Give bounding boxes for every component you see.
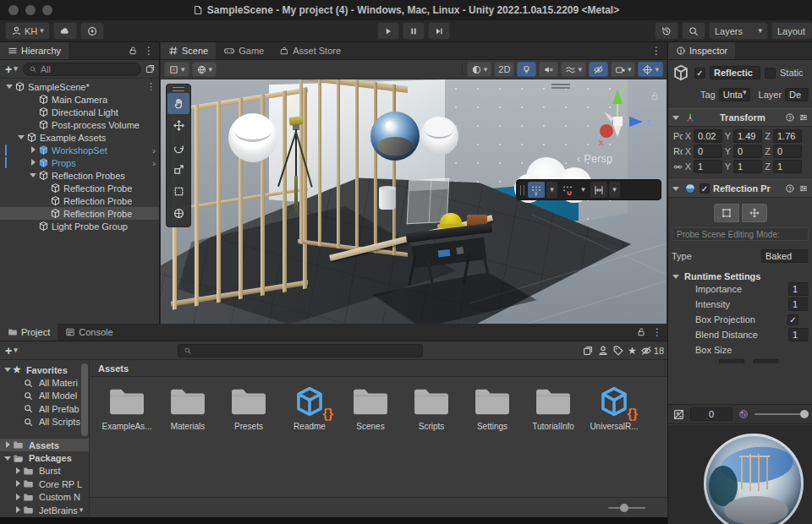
- hierarchy-item-label[interactable]: Example Assets: [40, 133, 106, 143]
- hierarchy-item-label[interactable]: Post-process Volume: [52, 120, 140, 130]
- hierarchy-item-label[interactable]: Main Camera: [52, 95, 107, 105]
- hierarchy-item-label[interactable]: Reflection Probe: [63, 209, 132, 219]
- box-size-y-field[interactable]: [753, 359, 778, 363]
- tab-scene[interactable]: Scene: [161, 42, 216, 59]
- gizmo-lock-icon[interactable]: [650, 91, 660, 101]
- view-hand-tool[interactable]: [167, 93, 189, 114]
- 2d-mode-toggle[interactable]: 2D: [494, 62, 514, 77]
- tag-dropdown[interactable]: Unta ▾: [719, 88, 750, 101]
- project-tree-row[interactable]: Custom N: [0, 491, 89, 504]
- disclosure-down-icon[interactable]: [17, 133, 26, 142]
- project-tree-row[interactable]: Core RP L: [0, 478, 89, 490]
- component-enabled-checkbox[interactable]: ✓: [700, 183, 710, 194]
- hierarchy-row[interactable]: Main Camera: [0, 93, 159, 106]
- disclosure-right-icon[interactable]: [29, 158, 38, 167]
- grid-snap-button[interactable]: [559, 182, 576, 198]
- grid-axis-button[interactable]: y: [528, 182, 545, 198]
- asset-item[interactable]: Scripts: [401, 384, 462, 431]
- project-tree-row[interactable]: All Prefab: [0, 402, 89, 415]
- row-menu-icon[interactable]: ⋮: [146, 81, 156, 92]
- tab-game[interactable]: Game: [216, 42, 272, 59]
- constrain-proportions-icon[interactable]: [673, 162, 683, 172]
- thumbnail-zoom-slider[interactable]: [608, 507, 645, 509]
- box-size-x-field[interactable]: [719, 359, 744, 363]
- static-checkbox[interactable]: [765, 68, 776, 79]
- tab-inspector[interactable]: Inspector: [668, 42, 735, 59]
- hierarchy-item-label[interactable]: Light Probe Group: [52, 221, 128, 232]
- layout-dropdown[interactable]: Layout: [771, 22, 812, 40]
- zoom-slider-handle[interactable]: [620, 504, 628, 512]
- exposure-field[interactable]: 0: [690, 407, 732, 421]
- scene-lighting-toggle[interactable]: [517, 62, 536, 77]
- asset-item[interactable]: Settings: [462, 384, 523, 431]
- project-tree-label[interactable]: All Materi: [39, 378, 78, 388]
- hierarchy-item-label[interactable]: Reflection Probe: [63, 183, 132, 194]
- tab-hierarchy[interactable]: Hierarchy: [0, 42, 69, 59]
- snapbar-drag-handle[interactable]: [520, 185, 524, 195]
- asset-item[interactable]: ExampleAs...: [96, 384, 157, 431]
- blend-distance-field[interactable]: 1: [788, 328, 809, 341]
- tool-handle-rotation-dropdown[interactable]: ▾: [192, 62, 217, 77]
- project-tree-label[interactable]: Packages: [29, 453, 72, 463]
- project-tree-label[interactable]: Burst: [39, 466, 61, 476]
- asset-item[interactable]: {}UniversalR...: [584, 384, 645, 431]
- hierarchy-row[interactable]: Light Probe Group: [0, 220, 159, 232]
- undo-history-button[interactable]: [655, 22, 678, 40]
- hierarchy-row[interactable]: Reflection Probes: [0, 169, 159, 182]
- help-icon[interactable]: [785, 112, 795, 123]
- panel-menu-icon[interactable]: ⋮: [144, 46, 154, 56]
- close-window-button[interactable]: [8, 5, 19, 15]
- breadcrumb[interactable]: Assets: [98, 363, 129, 374]
- rotate-tool[interactable]: [167, 137, 189, 158]
- project-tree-label[interactable]: JetBrains: [39, 505, 78, 516]
- asset-item[interactable]: {}Readme: [279, 384, 340, 431]
- project-tree-row[interactable]: ★Favorites: [0, 363, 89, 376]
- project-tree-row[interactable]: Burst: [0, 465, 89, 478]
- hierarchy-search-input[interactable]: All: [23, 63, 141, 76]
- reflection-probe-component-header[interactable]: ✓ Reflection Pr: [668, 179, 812, 198]
- project-tree-row[interactable]: Assets: [0, 439, 89, 451]
- scale-y-field[interactable]: 1: [733, 160, 762, 173]
- gameobject-name-field[interactable]: Reflectic: [710, 66, 760, 79]
- tab-project[interactable]: Project: [0, 324, 58, 341]
- project-tree-row[interactable]: All Model: [0, 390, 89, 402]
- hierarchy-row[interactable]: Post-process Volume: [0, 118, 159, 131]
- tab-asset-store[interactable]: Asset Store: [272, 42, 348, 59]
- search-button[interactable]: [682, 22, 705, 40]
- step-button[interactable]: [428, 22, 450, 40]
- grid-axis-dropdown[interactable]: ▾: [546, 182, 557, 198]
- hierarchy-row[interactable]: Reflection Probe: [0, 182, 159, 194]
- rotation-y-field[interactable]: 0: [733, 145, 762, 158]
- disclosure-down-icon[interactable]: [672, 113, 681, 123]
- disclosure-down-icon[interactable]: [29, 171, 38, 180]
- project-tree-label[interactable]: All Model: [39, 390, 77, 401]
- hierarchy-row[interactable]: Example Assets: [0, 131, 159, 144]
- disclosure-right-icon[interactable]: [14, 505, 23, 515]
- snap-increment-dropdown[interactable]: ▾: [609, 182, 620, 198]
- tools-drag-handle[interactable]: [173, 87, 184, 91]
- scene-visibility-toggle[interactable]: [589, 62, 608, 77]
- panel-menu-icon[interactable]: ⋮: [651, 46, 661, 56]
- pause-button[interactable]: [403, 22, 425, 40]
- prefab-open-chevron-icon[interactable]: ›: [152, 158, 156, 168]
- project-tree-label[interactable]: Custom N: [39, 492, 80, 502]
- effects-dropdown[interactable]: ▾: [561, 62, 586, 77]
- project-tree-row[interactable]: JetBrains▾: [0, 504, 89, 516]
- disclosure-right-icon[interactable]: [3, 440, 13, 450]
- position-y-field[interactable]: 1.49: [733, 129, 762, 143]
- camera-settings-dropdown[interactable]: ▾: [611, 62, 636, 77]
- gizmos-dropdown[interactable]: ▾: [638, 62, 663, 77]
- tool-handle-position-dropdown[interactable]: ▾: [164, 62, 189, 77]
- project-tree-row[interactable]: Packages: [0, 451, 89, 464]
- draw-mode-dropdown[interactable]: ▾: [467, 62, 492, 77]
- active-checkbox[interactable]: ✓: [694, 68, 705, 79]
- help-icon[interactable]: [785, 183, 795, 194]
- create-object-button[interactable]: + ▾: [3, 63, 19, 76]
- hierarchy-row[interactable]: Reflection Probe: [0, 207, 159, 220]
- move-probe-origin-button[interactable]: [742, 204, 767, 222]
- hierarchy-item-label[interactable]: Reflection Probe: [63, 196, 132, 206]
- importance-field[interactable]: 1: [788, 282, 809, 296]
- mip-slider[interactable]: [754, 413, 809, 415]
- window-controls[interactable]: [8, 5, 52, 15]
- project-tree-label[interactable]: All Prefab: [39, 404, 80, 414]
